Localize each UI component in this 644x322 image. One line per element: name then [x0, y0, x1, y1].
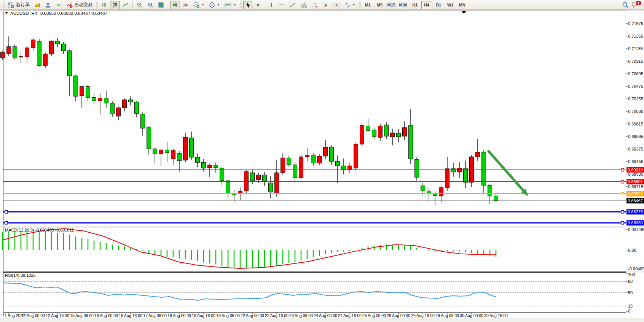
horizontal-line-tool-button[interactable]	[276, 1, 287, 9]
label-tool-button[interactable]: T	[331, 1, 342, 9]
candle-up	[476, 152, 480, 157]
timeframe-h1-button[interactable]: H1	[410, 1, 421, 9]
timeframe-m1-button[interactable]: M1	[362, 1, 373, 9]
timeframe-h4-button[interactable]: H4	[421, 1, 432, 9]
line-handle[interactable]	[5, 222, 8, 224]
zoom-in-button[interactable]	[135, 1, 145, 9]
search-icon[interactable]	[622, 2, 629, 8]
candle-down	[141, 114, 145, 128]
bar-chart-mode-button[interactable]	[99, 1, 109, 9]
toolbar-grip	[240, 2, 242, 8]
timeframe-m15-button[interactable]: M15	[386, 1, 397, 9]
candle-down	[263, 175, 267, 181]
time-tick-label: 30 Aug 00:00	[460, 313, 483, 318]
chart-title: AUDUSD-,H4	[10, 11, 37, 16]
trendline-tool-button[interactable]	[288, 1, 298, 9]
rsi-label: RSI(14) 39.1025	[5, 273, 36, 278]
notifications-button[interactable]: 1	[632, 1, 640, 9]
time-tick-label: 22 Aug 00:00	[241, 313, 264, 318]
candle-up	[354, 144, 358, 168]
price-badge-label: 0.68591	[628, 192, 643, 196]
candle-down	[342, 166, 346, 169]
price-tick-label: 0.69595	[628, 134, 643, 139]
time-tick-label: 29 Aug 08:00	[435, 313, 459, 318]
zoom-out-button[interactable]	[145, 1, 155, 9]
channel-tool-button[interactable]: E	[298, 1, 309, 9]
autotrading-button[interactable]: 自动交易	[64, 1, 94, 9]
candle-down	[104, 98, 108, 103]
candle-down	[68, 51, 72, 76]
candle-down	[92, 97, 96, 101]
timeframe-mn-button[interactable]: MN	[457, 1, 468, 9]
new-chart-button[interactable]	[32, 1, 42, 9]
time-axis[interactable]: 11 Aug 202212 Aug 00:0012 Aug 16:0015 Au…	[3, 313, 508, 318]
line-handle[interactable]	[621, 168, 624, 171]
vertical-line-tool-button[interactable]	[267, 1, 276, 9]
price-tick-label: 0.70475	[628, 84, 643, 89]
horizontal-line-icon	[278, 2, 285, 8]
chart-shift-button[interactable]	[181, 1, 191, 9]
cursor-tool-button[interactable]	[243, 1, 252, 9]
candle-up	[439, 187, 443, 196]
status-bar	[0, 319, 644, 322]
timeframe-d1-button[interactable]: D1	[433, 1, 444, 9]
svg-text:E: E	[305, 5, 307, 8]
price-badge-label: 0.69010	[628, 168, 643, 172]
candle-down	[482, 152, 486, 185]
candle-up	[123, 100, 127, 108]
profiles-button[interactable]	[43, 1, 53, 9]
price-tick-label: 0.69375	[628, 147, 643, 151]
text-tool-button[interactable]: A	[321, 1, 330, 9]
indicators-button[interactable]: ▼	[191, 1, 206, 9]
candle-up	[257, 175, 261, 179]
price-tick-label: 0.70035	[628, 109, 643, 114]
line-chart-mode-button[interactable]	[121, 1, 131, 9]
timeframe-w1-button[interactable]: W1	[445, 1, 456, 9]
candle-up	[403, 128, 407, 136]
price-tick-label: 0.71575	[628, 21, 643, 26]
candle-down	[372, 130, 376, 137]
arrows-tool-button[interactable]: ▼	[343, 1, 357, 9]
timeframe-m30-button[interactable]: M30	[398, 1, 409, 9]
rsi-axis-label: 100	[628, 272, 635, 277]
candle-down	[250, 173, 255, 181]
new-order-button[interactable]: 新订单	[6, 1, 32, 9]
line-handle[interactable]	[621, 211, 624, 213]
tile-windows-button[interactable]	[156, 1, 166, 9]
vertical-line-icon	[269, 2, 274, 8]
time-tick-label: 19 Aug 08:00	[216, 313, 240, 318]
price-chart: 0.715750.713550.711350.709150.706950.704…	[0, 10, 644, 319]
equidistant-channel-icon: E	[300, 2, 307, 8]
time-tick-label: 15 Aug 08:00	[70, 313, 94, 318]
periods-button[interactable]: ▼	[207, 1, 222, 9]
svg-text:T: T	[335, 3, 338, 7]
candle-up	[391, 133, 395, 137]
candle-up	[80, 87, 84, 96]
rsi-axis-label: 50	[628, 290, 633, 295]
line-handle[interactable]	[5, 211, 8, 213]
candle-up	[19, 56, 23, 57]
time-tick-label: 26 Aug 16:00	[411, 313, 435, 318]
line-handle[interactable]	[621, 181, 624, 183]
fibonacci-tool-button[interactable]: F	[310, 1, 320, 9]
bar-chart-icon	[101, 2, 107, 8]
crosshair-tool-button[interactable]	[253, 1, 263, 9]
candle-up	[31, 40, 35, 48]
candle-up	[348, 166, 352, 169]
candle-up	[275, 173, 279, 193]
fibonacci-icon: F	[312, 2, 319, 8]
templates-button[interactable]: ▼	[223, 1, 238, 9]
signals-button[interactable]	[54, 1, 64, 9]
candle-down	[421, 186, 425, 191]
time-tick-label: 17 Aug 08:00	[143, 313, 167, 318]
zoom-out-icon	[147, 2, 153, 8]
line-handle[interactable]	[621, 192, 624, 195]
timeframe-m5-button[interactable]: M5	[374, 1, 385, 9]
candle-down	[311, 155, 316, 163]
line-handle[interactable]	[621, 222, 624, 224]
candle-down	[165, 150, 169, 153]
cursor-icon	[245, 2, 250, 8]
candlestick-mode-button[interactable]	[110, 1, 120, 9]
auto-scroll-button[interactable]	[170, 1, 180, 9]
candle-up	[208, 165, 212, 168]
